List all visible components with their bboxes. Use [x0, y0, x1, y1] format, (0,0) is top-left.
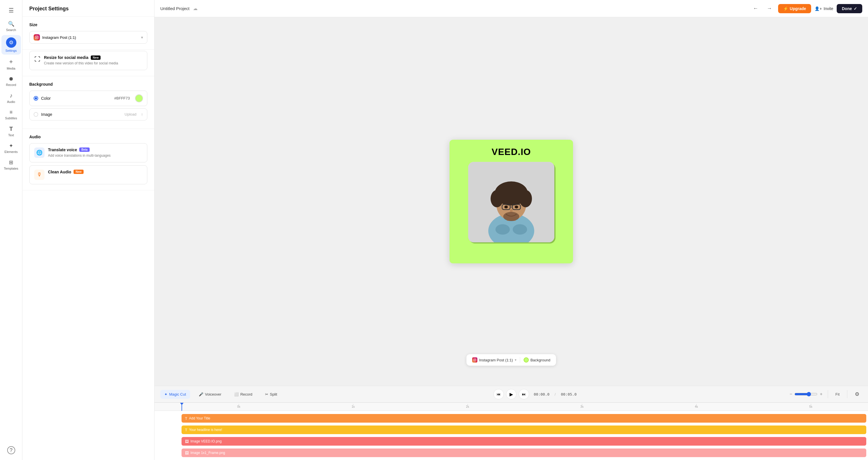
bg-color-radio[interactable] — [34, 96, 38, 100]
svg-point-2 — [37, 36, 38, 37]
magic-cut-button[interactable]: ✦ Magic Cut — [160, 390, 190, 399]
size-dropdown-value: Instagram Post (1:1) — [42, 35, 76, 40]
sidebar-item-record-label: Record — [6, 83, 16, 87]
sidebar-item-media[interactable]: + Media — [1, 56, 21, 73]
bg-color-option[interactable]: Color #BFFF73 — [29, 91, 147, 106]
icon-sidebar: ☰ 🔍 Search ⚙ Settings + Media ⏺ Record ♪… — [0, 0, 22, 460]
timeline-track-4: 🖼 Image 1x1_Frame.png — [155, 448, 868, 458]
time-separator: / — [555, 392, 556, 397]
sidebar-item-record[interactable]: ⏺ Record — [1, 74, 21, 89]
svg-point-1 — [36, 37, 37, 38]
ruler-mark-1: 1s — [296, 405, 410, 408]
play-controls: ⏮ ▶ ⏭ — [493, 389, 529, 399]
color-swatch[interactable] — [135, 94, 143, 102]
sidebar-item-text[interactable]: T Text — [1, 123, 21, 139]
undo-button[interactable]: ← — [750, 3, 761, 14]
sidebar-item-subtitles[interactable]: ≡ Subtitles — [1, 107, 21, 122]
play-pause-button[interactable]: ▶ — [506, 389, 517, 399]
upgrade-button[interactable]: ⚡ Upgrade — [778, 4, 811, 13]
canvas-format-chevron: ▾ — [515, 358, 517, 362]
audio-icon: ♪ — [10, 92, 13, 99]
split-button[interactable]: ✂ Split — [261, 390, 281, 399]
canvas-area: VEED.IO — [155, 17, 868, 386]
size-dropdown[interactable]: Instagram Post (1:1) ▾ — [29, 31, 147, 44]
size-section-title: Size — [29, 22, 147, 27]
resize-card[interactable]: Resize for social media New Create new v… — [29, 51, 147, 70]
ruler-mark-4: 4s — [639, 405, 753, 408]
canvas-format-item[interactable]: Instagram Post (1:1) ▾ — [472, 357, 517, 363]
bg-image-radio[interactable] — [34, 112, 38, 117]
invite-button[interactable]: 👤+ Invite — [814, 6, 833, 11]
timeline-settings-button[interactable]: ⚙ — [852, 389, 862, 399]
sidebar-item-help[interactable]: ? — [1, 444, 21, 457]
bg-upload-icon: ↑ — [141, 112, 143, 117]
sidebar-item-settings-label: Settings — [5, 49, 17, 52]
zoom-slider[interactable] — [795, 392, 817, 397]
sidebar-item-search[interactable]: 🔍 Search — [1, 19, 21, 34]
background-section-title: Background — [29, 82, 147, 87]
redo-button[interactable]: → — [764, 3, 775, 14]
canvas-person — [468, 162, 554, 242]
fit-button[interactable]: Fit — [833, 391, 842, 398]
canvas-logo-text: VEED.IO — [450, 140, 573, 162]
canvas-instagram-icon — [472, 357, 477, 363]
sidebar-item-hamburger[interactable]: ☰ — [1, 3, 21, 17]
bottom-controls: ✦ Magic Cut 🎤 Voiceover ⬜ Record ✂ Split… — [155, 386, 868, 403]
bg-image-option[interactable]: Image Upload ↑ — [29, 108, 147, 120]
zoom-out-button[interactable]: − — [789, 391, 793, 397]
timeline-tracks: T Add Your Title T Your headline is here… — [155, 411, 868, 458]
clean-audio-badge: New — [73, 170, 84, 174]
canvas-bg-dot — [524, 357, 529, 363]
bg-upload-button[interactable]: Upload — [125, 112, 136, 116]
zoom-separator — [828, 390, 828, 398]
voiceover-icon: 🎤 — [199, 392, 204, 397]
voiceover-label: Voiceover — [205, 392, 221, 397]
done-checkmark: ✓ — [854, 6, 857, 11]
fit-separator — [847, 390, 847, 398]
text-icon: T — [9, 126, 13, 132]
upgrade-icon: ⚡ — [783, 6, 788, 11]
resize-card-content: Resize for social media New Create new v… — [44, 55, 143, 66]
settings-icon-circle: ⚙ — [6, 37, 17, 48]
settings-icon: ⚙ — [9, 39, 13, 46]
voiceover-button[interactable]: 🎤 Voiceover — [195, 390, 225, 399]
track-label-2: Your headline is here! — [189, 428, 222, 432]
templates-icon: ⊞ — [9, 159, 13, 166]
track-image-icon-2: 🖼 — [185, 451, 189, 455]
svg-point-19 — [503, 212, 519, 221]
audio-section-title: Audio — [29, 135, 147, 139]
track-bar-image-1[interactable]: 🖼 Image VEED.IO.png — [182, 437, 866, 445]
clean-audio-card[interactable]: 🎙 Clean Audio New — [29, 165, 147, 184]
track-bar-title-1[interactable]: T Add Your Title — [182, 414, 866, 423]
project-title: Untitled Project — [160, 6, 190, 11]
timeline-track-2: T Your headline is here! — [155, 425, 868, 435]
canvas-background-label: Background — [530, 358, 550, 362]
sidebar-item-settings[interactable]: ⚙ Settings — [1, 35, 21, 55]
skip-back-button[interactable]: ⏮ — [493, 389, 504, 399]
sidebar-item-templates-label: Templates — [4, 167, 18, 170]
record-button[interactable]: ⬜ Record — [230, 390, 256, 399]
track-label-4: Image 1x1_Frame.png — [190, 451, 225, 455]
track-bar-image-2[interactable]: 🖼 Image 1x1_Frame.png — [182, 449, 866, 457]
size-section: Size Instagram Post (1:1) ▾ — [22, 17, 154, 50]
svg-point-12 — [497, 182, 526, 198]
sidebar-item-audio-label: Audio — [7, 100, 15, 104]
main-area: Untitled Project ☁ ← → ⚡ Upgrade 👤+ Invi… — [155, 0, 868, 460]
skip-forward-button[interactable]: ⏭ — [519, 389, 529, 399]
sidebar-item-audio[interactable]: ♪ Audio — [1, 90, 21, 106]
canvas-bar-divider — [520, 357, 520, 363]
canvas-background-item[interactable]: Background — [524, 357, 550, 363]
resize-card-desc: Create new version of this video for soc… — [44, 61, 143, 66]
hamburger-icon: ☰ — [6, 6, 16, 15]
track-bar-title-2[interactable]: T Your headline is here! — [182, 426, 866, 434]
translate-voice-card[interactable]: 🌐 Translate voice Beta Add voice transla… — [29, 143, 147, 163]
help-icon: ? — [7, 446, 15, 454]
svg-point-21 — [474, 360, 475, 360]
done-button[interactable]: Done ✓ — [837, 4, 862, 13]
size-dropdown-left: Instagram Post (1:1) — [34, 34, 76, 40]
time-current: 00:00.0 — [534, 392, 550, 397]
sidebar-item-templates[interactable]: ⊞ Templates — [1, 157, 21, 173]
instagram-icon — [34, 34, 40, 40]
zoom-in-button[interactable]: + — [819, 391, 823, 397]
sidebar-item-elements[interactable]: ✦ Elements — [1, 140, 21, 156]
